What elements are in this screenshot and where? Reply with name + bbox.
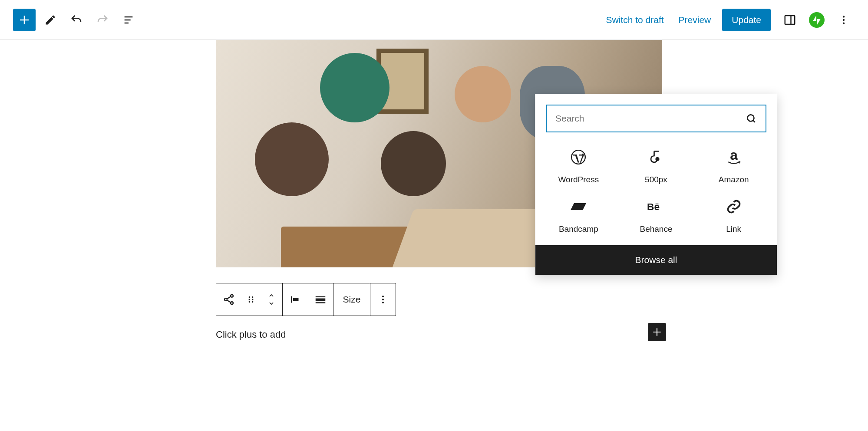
block-item-label: 500px [645, 175, 667, 184]
chevron-down-icon [267, 300, 276, 307]
svg-point-18 [382, 296, 384, 297]
svg-point-19 [382, 299, 384, 300]
svg-point-23 [656, 158, 659, 161]
plus-icon [651, 326, 663, 338]
block-item-amazon[interactable]: a Amazon [695, 148, 772, 184]
more-vertical-icon [838, 14, 849, 26]
switch-to-draft-button[interactable]: Switch to draft [603, 12, 667, 28]
svg-rect-17 [316, 302, 326, 303]
align-left-icon [289, 293, 302, 306]
photo-decoration [255, 122, 329, 196]
block-item-label: Link [726, 224, 741, 234]
block-item-behance[interactable]: Bē Behance [617, 197, 695, 234]
align-left-button[interactable] [283, 283, 308, 316]
svg-point-11 [249, 301, 251, 303]
svg-point-10 [252, 299, 254, 300]
more-vertical-icon [378, 294, 388, 305]
svg-point-1 [843, 16, 845, 17]
fivehundredpx-icon [647, 148, 665, 166]
move-down-button[interactable] [267, 300, 276, 307]
align-full-button[interactable] [308, 283, 333, 316]
svg-point-2 [843, 19, 845, 20]
block-toolbar: Size [216, 283, 396, 316]
svg-point-8 [252, 296, 254, 298]
drag-handle[interactable] [241, 283, 261, 316]
wordpress-icon [569, 148, 587, 166]
photo-decoration [381, 131, 446, 196]
svg-text:Bē: Bē [647, 201, 660, 212]
svg-point-9 [249, 299, 251, 300]
inserter-block-grid: WordPress 500px a Amazon Bandcamp [535, 140, 777, 245]
svg-point-3 [843, 22, 845, 24]
block-item-500px[interactable]: 500px [617, 148, 695, 184]
update-button[interactable]: Update [722, 9, 771, 31]
svg-point-7 [249, 296, 251, 298]
svg-point-21 [747, 115, 754, 121]
toolbar-left-group [13, 9, 140, 31]
amazon-icon: a [725, 148, 743, 166]
list-view-icon [122, 14, 135, 26]
svg-rect-15 [316, 296, 326, 298]
photo-decoration [320, 53, 389, 122]
svg-point-20 [382, 302, 384, 303]
move-up-button[interactable] [267, 292, 276, 299]
block-item-link[interactable]: Link [695, 197, 772, 234]
redo-button[interactable] [91, 9, 114, 31]
svg-rect-14 [293, 298, 299, 301]
drag-icon [246, 294, 256, 305]
svg-marker-25 [571, 203, 586, 210]
behance-icon: Bē [647, 197, 665, 216]
svg-point-12 [252, 301, 254, 303]
svg-rect-16 [316, 299, 326, 301]
undo-button[interactable] [65, 9, 88, 31]
undo-icon [70, 13, 83, 26]
block-item-label: Amazon [719, 175, 749, 184]
block-more-options-button[interactable] [370, 283, 396, 316]
inserter-search-wrapper [546, 105, 766, 132]
jetpack-icon [811, 14, 822, 26]
svg-rect-13 [291, 296, 292, 303]
editor-top-toolbar: Switch to draft Preview Update [0, 0, 868, 40]
plus-icon [18, 13, 31, 26]
svg-rect-0 [785, 16, 795, 24]
toggle-block-inserter-button[interactable] [13, 9, 36, 31]
block-item-label: WordPress [558, 175, 599, 184]
jetpack-button[interactable] [809, 12, 825, 28]
preview-button[interactable]: Preview [675, 12, 715, 28]
share-icon [223, 293, 235, 306]
photo-decoration [455, 66, 511, 122]
block-item-label: Bandcamp [559, 224, 598, 234]
more-options-button[interactable] [832, 9, 855, 31]
svg-text:a: a [730, 149, 738, 163]
sidebar-icon [783, 13, 796, 26]
block-type-button[interactable] [216, 283, 241, 316]
document-overview-button[interactable] [117, 9, 140, 31]
settings-sidebar-toggle[interactable] [779, 9, 801, 31]
redo-icon [96, 13, 109, 26]
bandcamp-icon [569, 197, 587, 216]
tools-button[interactable] [39, 9, 62, 31]
paragraph-placeholder[interactable]: Click plus to add [216, 329, 286, 340]
block-item-bandcamp[interactable]: Bandcamp [540, 197, 617, 234]
inline-add-block-button[interactable] [648, 323, 666, 341]
pencil-icon [44, 14, 56, 26]
block-item-label: Behance [640, 224, 672, 234]
toolbar-right-group: Switch to draft Preview Update [603, 9, 855, 31]
chevron-up-icon [267, 292, 276, 299]
align-full-icon [314, 293, 327, 306]
search-icon [746, 113, 757, 124]
photo-decoration [392, 209, 557, 267]
size-button[interactable]: Size [333, 283, 370, 316]
link-icon [725, 197, 743, 216]
browse-all-button[interactable]: Browse all [535, 245, 777, 275]
block-inserter-popover: WordPress 500px a Amazon Bandcamp [535, 94, 777, 275]
inserter-search-input[interactable] [555, 113, 716, 124]
block-item-wordpress[interactable]: WordPress [540, 148, 617, 184]
